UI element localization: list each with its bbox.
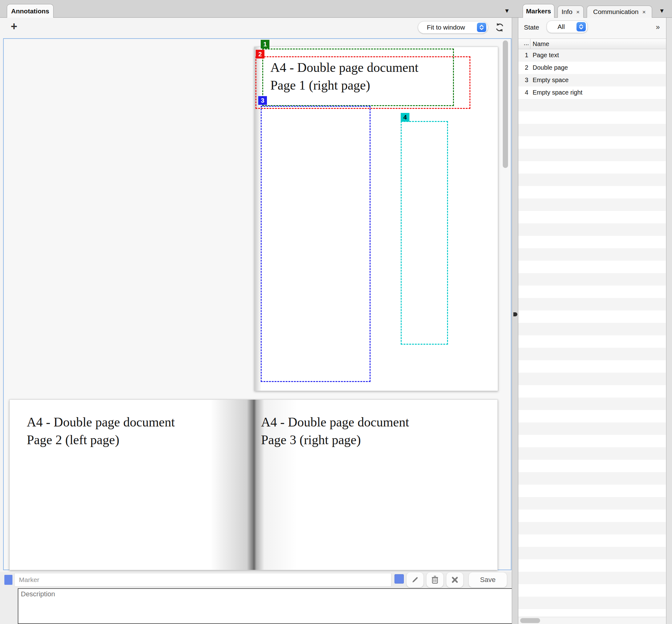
state-select-value: All: [558, 23, 565, 30]
state-label: State: [524, 24, 539, 31]
annotation-box-4[interactable]: 4: [401, 121, 448, 345]
annotation-label-3[interactable]: 3: [258, 96, 267, 105]
annotation-box-3[interactable]: 3: [261, 106, 370, 382]
tab-communication-close-icon[interactable]: ×: [642, 9, 646, 15]
delete-button[interactable]: [426, 572, 444, 588]
marker-row-4[interactable]: 4 Empty space right: [518, 86, 666, 99]
tab-markers-label: Markers: [526, 7, 551, 15]
tab-info-label: Info: [562, 8, 572, 16]
marker-row-number: 2: [518, 64, 528, 71]
marker-row-name: Empty space: [533, 77, 569, 84]
marker-color-picker-button[interactable]: [394, 574, 404, 583]
column-header-name[interactable]: Name: [533, 41, 549, 48]
annotation-box-2[interactable]: 2: [255, 56, 470, 109]
marker-row-number: 1: [518, 52, 528, 59]
cancel-button[interactable]: [446, 572, 464, 588]
marker-row-2[interactable]: 2 Double page: [518, 61, 666, 74]
column-separator: [530, 38, 531, 49]
left-panel-menu-icon[interactable]: ▼: [504, 7, 510, 14]
marker-name-input[interactable]: [14, 573, 391, 587]
annotation-label-4[interactable]: 4: [401, 113, 409, 122]
zoom-select-stepper-icon: [477, 23, 486, 32]
panel-splitter[interactable]: [512, 18, 518, 624]
tab-communication-label: Communication: [593, 8, 638, 16]
page-2-text: A4 - Double page document Page 2 (left p…: [27, 413, 175, 449]
page-3-text: A4 - Double page document Page 3 (right …: [261, 413, 409, 449]
marker-row-3[interactable]: 3 Empty space: [518, 74, 666, 86]
tab-annotations[interactable]: Annotations: [7, 4, 53, 18]
splitter-grip-icon[interactable]: [513, 312, 517, 316]
document-spread-pages-2-3: A4 - Double page document Page 2 (left p…: [9, 399, 498, 570]
edit-button[interactable]: [406, 572, 424, 588]
tab-info[interactable]: Info ×: [558, 6, 584, 18]
marker-row-1[interactable]: 1 Page text: [518, 49, 666, 61]
state-select[interactable]: All: [547, 21, 588, 33]
pencil-icon: [411, 575, 419, 584]
column-header-dots[interactable]: ...: [522, 40, 529, 47]
add-annotation-button[interactable]: +: [8, 21, 20, 32]
annotation-tool-window: Annotations ▼ + Fit to window A4 - Doubl…: [0, 0, 672, 624]
right-panel-scrollbar-track[interactable]: [666, 18, 672, 624]
marker-row-number: 3: [518, 77, 528, 84]
tab-communication[interactable]: Communication ×: [587, 6, 652, 18]
save-button[interactable]: Save: [468, 572, 507, 588]
refresh-icon[interactable]: [494, 22, 505, 33]
right-panel-menu-icon[interactable]: ▼: [659, 7, 665, 14]
marker-row-name: Double page: [533, 64, 568, 71]
marker-color-swatch[interactable]: [4, 575, 12, 585]
right-panel-horizontal-scrollbar-thumb[interactable]: [520, 618, 540, 623]
more-options-chevron[interactable]: »: [656, 23, 660, 31]
marker-row-name: Page text: [533, 52, 559, 59]
zoom-select[interactable]: Fit to window: [418, 21, 488, 33]
marker-row-name: Empty space right: [533, 89, 583, 96]
trash-icon: [431, 575, 439, 584]
right-panel-horizontal-scrollbar[interactable]: [518, 617, 666, 624]
close-x-icon: [451, 576, 459, 584]
tab-info-close-icon[interactable]: ×: [576, 9, 579, 15]
marker-row-number: 4: [518, 89, 528, 96]
state-select-stepper-icon: [576, 22, 586, 31]
viewer-vertical-scrollbar[interactable]: [503, 41, 508, 168]
tab-markers[interactable]: Markers: [523, 4, 554, 18]
save-button-label: Save: [480, 576, 496, 584]
annotation-label-2[interactable]: 2: [256, 50, 264, 58]
tab-annotations-label: Annotations: [11, 7, 49, 15]
zoom-select-value: Fit to window: [427, 24, 465, 31]
annotation-label-1[interactable]: 1: [261, 40, 269, 49]
description-textarea[interactable]: [18, 588, 512, 624]
marker-list-stripes: [518, 49, 666, 617]
